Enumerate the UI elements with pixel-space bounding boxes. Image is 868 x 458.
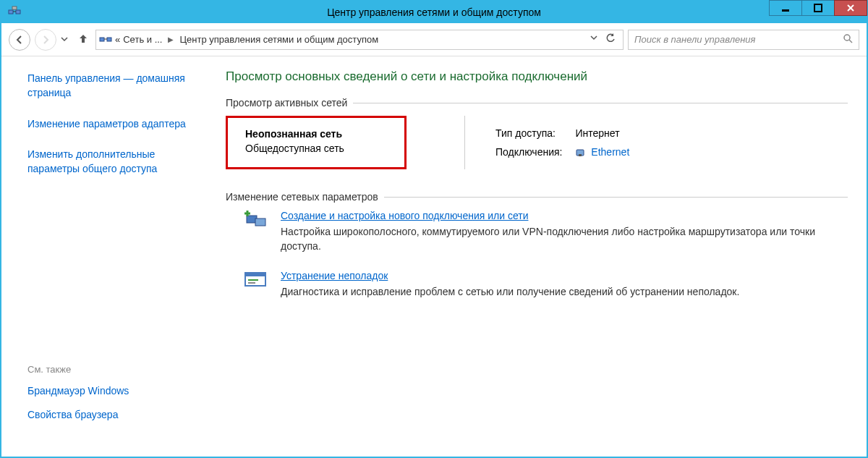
network-identity-box: Неопознанная сеть Общедоступная сеть xyxy=(226,116,407,169)
breadcrumb-separator-icon: ▶ xyxy=(165,35,176,43)
task-new-connection: Создание и настройка нового подключения … xyxy=(226,210,848,254)
page-heading: Просмотр основных сведений о сети и наст… xyxy=(226,69,848,84)
active-networks-label: Просмотр активных сетей xyxy=(226,97,848,109)
svg-rect-3 xyxy=(12,7,17,9)
svg-rect-4 xyxy=(782,9,789,12)
search-icon xyxy=(843,33,853,46)
app-icon xyxy=(7,5,22,20)
access-type-value: Интернет xyxy=(575,124,641,142)
refresh-icon[interactable] xyxy=(605,33,616,46)
breadcrumb-item[interactable]: Сеть и ... xyxy=(123,34,162,45)
svg-rect-8 xyxy=(100,38,104,41)
troubleshoot-link[interactable]: Устранение неполадок xyxy=(281,270,388,281)
search-placeholder: Поиск в панели управления xyxy=(634,34,756,45)
svg-point-11 xyxy=(844,35,850,41)
search-input[interactable]: Поиск в панели управления xyxy=(628,30,859,50)
sharing-settings-link[interactable]: Изменить дополнительные параметры общего… xyxy=(27,148,157,174)
active-network-row: Неопознанная сеть Общедоступная сеть Тип… xyxy=(226,116,848,169)
ethernet-icon xyxy=(575,148,585,158)
troubleshoot-icon xyxy=(243,270,269,296)
network-type: Общедоступная сеть xyxy=(245,143,383,154)
address-icon xyxy=(99,33,112,46)
breadcrumb-item[interactable]: Центр управления сетями и общим доступом xyxy=(179,34,378,45)
browser-properties-link[interactable]: Свойства браузера xyxy=(27,407,207,422)
back-button[interactable] xyxy=(9,29,30,51)
close-button[interactable] xyxy=(834,0,867,16)
ethernet-link[interactable]: Ethernet xyxy=(591,146,629,158)
see-also-heading: См. также xyxy=(27,364,207,375)
connections-label: Подключения: xyxy=(495,143,574,161)
history-dropdown[interactable] xyxy=(61,35,71,43)
chevron-down-icon[interactable] xyxy=(590,33,598,46)
forward-button[interactable] xyxy=(35,29,56,51)
svg-rect-9 xyxy=(107,38,111,41)
adapter-settings-link[interactable]: Изменение параметров адаптера xyxy=(27,118,186,130)
maximize-button[interactable] xyxy=(801,0,835,16)
access-type-label: Тип доступа: xyxy=(495,124,574,142)
titlebar: Центр управления сетями и общим доступом xyxy=(1,1,867,23)
new-connection-icon xyxy=(243,210,269,236)
sidebar: Панель управления — домашняя страница Из… xyxy=(1,56,218,457)
address-bar[interactable]: « Сеть и ... ▶ Центр управления сетями и… xyxy=(95,30,624,50)
svg-rect-1 xyxy=(16,10,20,14)
svg-rect-16 xyxy=(255,219,265,226)
new-connection-link[interactable]: Создание и настройка нового подключения … xyxy=(281,210,528,221)
network-details: Тип доступа: Интернет Подключения: Ether… xyxy=(464,116,642,169)
content: Панель управления — домашняя страница Из… xyxy=(1,56,867,457)
main-panel: Просмотр основных сведений о сети и наст… xyxy=(218,56,867,457)
change-settings-label: Изменение сетевых параметров xyxy=(226,191,848,203)
control-panel-home-link[interactable]: Панель управления — домашняя страница xyxy=(27,72,185,98)
up-button[interactable] xyxy=(75,33,91,47)
window: Центр управления сетями и общим доступом xyxy=(0,0,868,458)
svg-rect-21 xyxy=(245,273,265,276)
window-title: Центр управления сетями и общим доступом xyxy=(1,7,867,18)
toolbar: « Сеть и ... ▶ Центр управления сетями и… xyxy=(1,23,867,56)
svg-line-12 xyxy=(849,40,852,43)
svg-rect-14 xyxy=(579,154,582,156)
minimize-button[interactable] xyxy=(769,0,802,16)
breadcrumb-caret-left: « xyxy=(115,34,120,45)
firewall-link[interactable]: Брандмауэр Windows xyxy=(27,383,207,398)
svg-rect-5 xyxy=(814,4,822,12)
svg-rect-0 xyxy=(9,10,13,14)
task-troubleshoot: Устранение неполадок Диагностика и испра… xyxy=(226,270,848,299)
network-name: Неопознанная сеть xyxy=(245,128,383,140)
troubleshoot-desc: Диагностика и исправление проблем с сеть… xyxy=(281,284,739,299)
new-connection-desc: Настройка широкополосного, коммутируемог… xyxy=(281,224,848,254)
